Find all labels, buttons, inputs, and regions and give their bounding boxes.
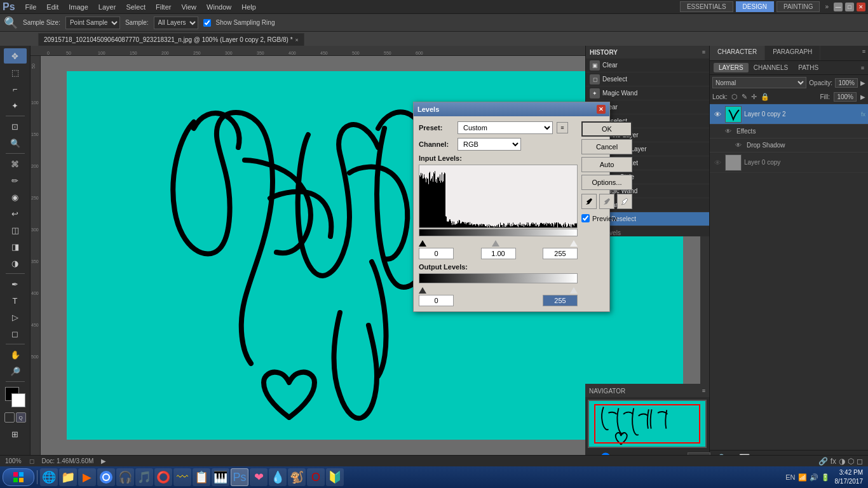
tool-gradient[interactable]: ◨ <box>4 239 27 254</box>
3d-icon[interactable]: ◻ <box>857 457 863 466</box>
zoom-indicator-btn[interactable]: ◻ <box>29 458 34 464</box>
history-item-2[interactable]: ✦ Magic Wand <box>586 86 709 100</box>
maximize-button[interactable]: □ <box>845 3 854 11</box>
lock-transparent[interactable]: ⬡ <box>731 93 738 101</box>
menu-help[interactable]: Help <box>236 2 261 12</box>
menu-filter[interactable]: Filter <box>151 2 176 12</box>
menu-view[interactable]: View <box>176 2 201 12</box>
layers-panel-menu[interactable]: ≡ <box>861 65 864 71</box>
menu-window[interactable]: Window <box>201 2 236 12</box>
taskbar-file-manager[interactable]: 📋 <box>193 468 210 486</box>
layers-tab-layers[interactable]: LAYERS <box>714 63 749 72</box>
taskbar-dropbox[interactable]: 💧 <box>269 468 287 486</box>
workspace-design[interactable]: DESIGN <box>736 1 774 12</box>
drop-shadow-eye[interactable]: 👁 <box>735 142 742 149</box>
panel-menu[interactable]: ≡ <box>860 46 868 60</box>
tool-brush[interactable]: ✏ <box>4 173 27 188</box>
layer-item-0[interactable]: 👁 Layer 0 copy 2 fx <box>710 104 868 125</box>
effects-layer[interactable]: 👁 Effects <box>710 125 868 139</box>
tool-marquee[interactable]: ⬚ <box>4 65 27 80</box>
show-sampling-checkbox[interactable] <box>203 19 211 27</box>
tab-paragraph[interactable]: PARAGRAPH <box>765 46 820 60</box>
tool-move[interactable]: ✥ <box>4 48 27 64</box>
taskbar-wave[interactable]: 〰 <box>173 468 191 486</box>
midpoint-slider[interactable] <box>492 240 499 247</box>
tool-wand[interactable]: ✦ <box>4 98 27 113</box>
tab-character[interactable]: CHARACTER <box>710 46 765 60</box>
layers-tab-paths[interactable]: PATHS <box>793 63 824 72</box>
taskbar-folder[interactable]: 📁 <box>59 468 77 486</box>
sample-size-select[interactable]: Point Sample <box>65 17 120 29</box>
layer-vis-1[interactable]: 👁 <box>712 158 722 168</box>
options-button[interactable]: Options... <box>581 175 632 190</box>
nav-menu-btn[interactable]: ≡ <box>702 388 705 394</box>
document-tab[interactable]: 20915718_102104509064087770_923218321_n.… <box>38 33 304 46</box>
tool-shape[interactable]: ◻ <box>4 326 27 341</box>
taskbar-headphones[interactable]: 🎧 <box>116 468 134 486</box>
taskbar-chrome[interactable] <box>97 468 115 486</box>
color-indicator[interactable] <box>5 387 25 407</box>
taskbar-vpn[interactable]: 🔰 <box>326 468 344 486</box>
fx-icon[interactable]: fx <box>831 457 836 466</box>
adj-icon[interactable]: ⬡ <box>848 457 854 466</box>
taskbar-osu[interactable]: ⭕ <box>154 468 172 486</box>
mask-icon[interactable]: ◑ <box>839 457 845 466</box>
levels-preset-menu[interactable]: ≡ <box>557 122 568 133</box>
tool-hand[interactable]: ✋ <box>4 347 27 362</box>
tool-zoom[interactable]: 🔎 <box>4 363 27 379</box>
output-max-value[interactable]: 255 <box>543 295 578 306</box>
taskbar-opera[interactable]: O <box>307 468 325 486</box>
tool-lasso[interactable]: ⌐ <box>4 81 27 97</box>
lock-position[interactable]: ✛ <box>751 93 757 101</box>
tool-eraser[interactable]: ◫ <box>4 222 27 238</box>
taskbar-monkey[interactable]: 🐒 <box>288 468 306 486</box>
gray-eyedropper[interactable] <box>599 194 614 209</box>
tool-history-brush[interactable]: ↩ <box>4 206 27 221</box>
taskbar-ie[interactable]: 🌐 <box>40 468 58 486</box>
black-eyedropper[interactable] <box>581 194 597 209</box>
menu-layer[interactable]: Layer <box>93 2 121 12</box>
levels-close-button[interactable]: ✕ <box>597 105 606 114</box>
eyedropper-tool[interactable]: 🔍 <box>4 16 18 30</box>
white-eyedropper[interactable] <box>617 194 632 209</box>
black-point-slider[interactable] <box>419 240 426 247</box>
input-mid-value[interactable]: 1.00 <box>481 248 516 259</box>
tool-text[interactable]: T <box>4 293 27 308</box>
nav-btn-bottom[interactable]: ▶ <box>101 458 106 464</box>
menu-image[interactable]: Image <box>64 2 93 12</box>
fill-value[interactable]: 100% <box>834 92 857 102</box>
history-menu[interactable]: ≡ <box>702 49 705 55</box>
white-point-slider[interactable] <box>570 240 578 247</box>
close-button[interactable]: ✕ <box>857 3 865 11</box>
layers-tab-channels[interactable]: CHANNELS <box>749 63 793 72</box>
drop-shadow-layer[interactable]: 👁 Drop Shadow <box>710 139 868 152</box>
taskbar-headset[interactable]: 🎵 <box>135 468 153 486</box>
tool-crop[interactable]: ⊡ <box>4 119 27 134</box>
sample-select[interactable]: All Layers <box>154 17 198 29</box>
output-min-value[interactable]: 0 <box>419 295 454 306</box>
taskbar-ps-active[interactable]: Ps <box>231 468 248 486</box>
tool-clone[interactable]: ◉ <box>4 189 27 205</box>
auto-button[interactable]: Auto <box>581 157 632 172</box>
tool-screen-mode[interactable]: ⊞ <box>4 426 27 442</box>
tool-eyedropper[interactable]: 🔍 <box>4 135 27 151</box>
taskbar-fl-studio[interactable]: 🎹 <box>212 468 229 486</box>
opacity-value[interactable]: 100% <box>835 78 858 88</box>
lock-all[interactable]: 🔒 <box>761 93 770 101</box>
preview-checkbox[interactable] <box>581 214 590 222</box>
lock-pixels[interactable]: ✎ <box>742 93 747 101</box>
levels-preset-select[interactable]: Custom <box>458 121 553 134</box>
output-white-slider[interactable] <box>570 287 578 294</box>
menu-file[interactable]: File <box>20 2 42 12</box>
levels-channel-select[interactable]: RGB <box>458 138 521 151</box>
taskbar-media[interactable]: ▶ <box>78 468 96 486</box>
tool-standard-mode[interactable] <box>4 412 15 423</box>
cancel-button[interactable]: Cancel <box>581 139 632 154</box>
tool-quick-mask[interactable]: Q <box>16 412 26 423</box>
input-slider-track[interactable] <box>419 238 578 247</box>
background-color[interactable] <box>11 393 25 407</box>
taskbar-heart-app[interactable]: ❤ <box>250 468 268 486</box>
output-black-slider[interactable] <box>419 287 426 294</box>
workspace-painting[interactable]: PAINTING <box>776 1 820 12</box>
tool-path[interactable]: ▷ <box>4 309 27 325</box>
